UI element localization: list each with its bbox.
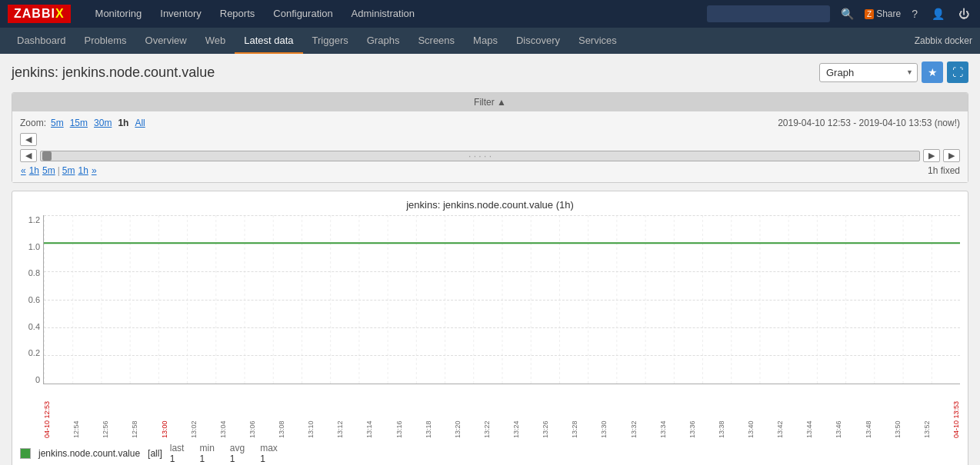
slider-right-button[interactable]: ▶ [923,149,940,162]
share-label: Share [876,8,901,19]
zoom-5m[interactable]: 5m [49,118,65,128]
top-nav-right: 🔍 Z Share ? 👤 ⏻ [707,5,972,22]
chart-title: jenkins: jenkins.node.count.value (1h) [20,199,960,211]
y-label-3: 0.8 [20,268,40,277]
nav-administration[interactable]: Administration [342,0,424,28]
grid-line-4 [44,327,960,328]
zoom-left: Zoom: 5m 15m 30m 1h All [20,118,147,128]
grid-line-2 [44,271,960,272]
nav-web[interactable]: Web [196,28,235,54]
grid-line-5 [44,355,960,356]
step-back-1h[interactable]: 1h [28,165,40,176]
x-label-1326: 13:26 [542,386,549,438]
chart-container: jenkins: jenkins.node.count.value (1h) 1… [12,191,968,465]
time-range: 2019-04-10 12:53 - 2019-04-10 13:53 (now… [778,118,960,128]
zoom-row: Zoom: 5m 15m 30m 1h All 2019-04-10 12:53… [20,118,960,128]
x-label-1330: 13:30 [600,386,608,438]
step-fwd-far[interactable]: » [91,165,98,176]
help-icon[interactable]: ? [908,8,921,20]
graph-select[interactable]: Graph Values 500 latest values [819,63,918,82]
page-header: jenkins: jenkins.node.count.value Graph … [12,61,968,83]
filter-header[interactable]: Filter ▲ [12,93,968,111]
grid-line-1 [44,243,960,244]
zoom-all[interactable]: All [133,118,146,128]
nav-configuration[interactable]: Configuration [264,0,342,28]
nav-maps[interactable]: Maps [464,28,507,54]
search-input[interactable] [707,5,830,22]
step-fwd-1h[interactable]: 1h [78,165,89,176]
slider-handle[interactable] [42,151,52,161]
x-label-1300: 13:00 [161,386,168,438]
y-label-7: 0 [20,375,40,384]
x-label-1320: 13:20 [454,386,462,438]
x-label-start: 04-10 12:53 [43,386,51,438]
zoom-label: Zoom: [20,118,46,128]
nav-graphs[interactable]: Graphs [358,28,409,54]
slider-track[interactable]: · · · · · [40,151,920,161]
zoom-15m[interactable]: 15m [68,118,89,128]
nav-latest-data[interactable]: Latest data [235,28,302,54]
avg-value: 1 [230,453,235,464]
legend: jenkins.node.count.value [all] last 1 mi… [20,443,960,464]
y-label-4: 0.6 [20,295,40,304]
grid-line-6 [44,384,960,384]
x-label-1334: 13:34 [659,386,667,438]
max-value: 1 [260,453,265,464]
min-value: 1 [199,453,205,464]
user-icon[interactable]: 👤 [928,8,948,20]
slider-end-button[interactable]: ▶ [943,149,960,162]
x-label-1304: 13:04 [219,386,227,438]
share-button[interactable]: Z Share [865,8,901,19]
x-label-1328: 13:28 [571,386,578,438]
search-icon[interactable]: 🔍 [838,8,857,20]
legend-all: [all] [148,448,162,459]
x-label-1258: 12:58 [131,386,138,438]
x-label-1342: 13:42 [776,386,784,438]
top-navigation: ZABBIX Monitoring Inventory Reports Conf… [0,0,980,28]
nav-inventory[interactable]: Inventory [151,0,210,28]
nav-reports[interactable]: Reports [211,0,265,28]
nav-triggers[interactable]: Triggers [303,28,358,54]
nav-monitoring[interactable]: Monitoring [86,0,152,28]
nav-overview[interactable]: Overview [136,28,196,54]
nav-screens[interactable]: Screens [408,28,464,54]
step-back-far[interactable]: « [20,165,27,176]
nav-problems[interactable]: Problems [75,28,136,54]
x-label-1306: 13:06 [248,386,256,438]
second-nav-links: Dashboard Problems Overview Web Latest d… [8,28,626,54]
zoom-30m[interactable]: 30m [92,118,113,128]
x-label-1332: 13:32 [630,386,638,438]
y-label-6: 0.2 [20,348,40,357]
step-right: 1h fixed [928,165,960,176]
slider-dots: · · · · · [468,151,492,161]
x-label-1344: 13:44 [805,386,813,438]
x-label-end: 04-10 13:53 [952,386,960,438]
logout-icon[interactable]: ⏻ [955,8,972,20]
nav-discovery[interactable]: Discovery [507,28,569,54]
x-label-1302: 13:02 [190,386,198,438]
x-label-1254: 12:54 [72,386,80,438]
y-axis: 1.2 1.0 0.8 0.6 0.4 0.2 0 [20,215,43,384]
max-label: max [260,443,278,453]
zabbix-icon: Z [865,9,874,19]
step-left: « 1h 5m | 5m 1h » [20,165,98,176]
x-label-1312: 13:12 [336,386,344,438]
nav-row: ◀ [20,133,960,146]
step-fwd-5m[interactable]: 5m [62,165,76,176]
grid-line-0 [44,215,960,216]
step-row: « 1h 5m | 5m 1h » 1h fixed [20,165,960,176]
nav-dashboard[interactable]: Dashboard [8,28,75,54]
step-back-5m[interactable]: 5m [42,165,56,176]
nav-services[interactable]: Services [569,28,626,54]
page-header-right: Graph Values 500 latest values ★ ⛶ [819,61,968,83]
slider-left-button[interactable]: ◀ [20,149,37,162]
x-label-1346: 13:46 [835,386,842,438]
logo[interactable]: ZABBIX [8,5,71,23]
x-label-1316: 13:16 [395,386,403,438]
fullscreen-button[interactable]: ⛶ [947,61,968,83]
favorite-button[interactable]: ★ [922,61,943,83]
zoom-1h[interactable]: 1h [116,118,130,128]
prev-button[interactable]: ◀ [20,133,37,146]
y-label-2: 1.0 [20,242,40,251]
x-label-1318: 13:18 [425,386,432,438]
